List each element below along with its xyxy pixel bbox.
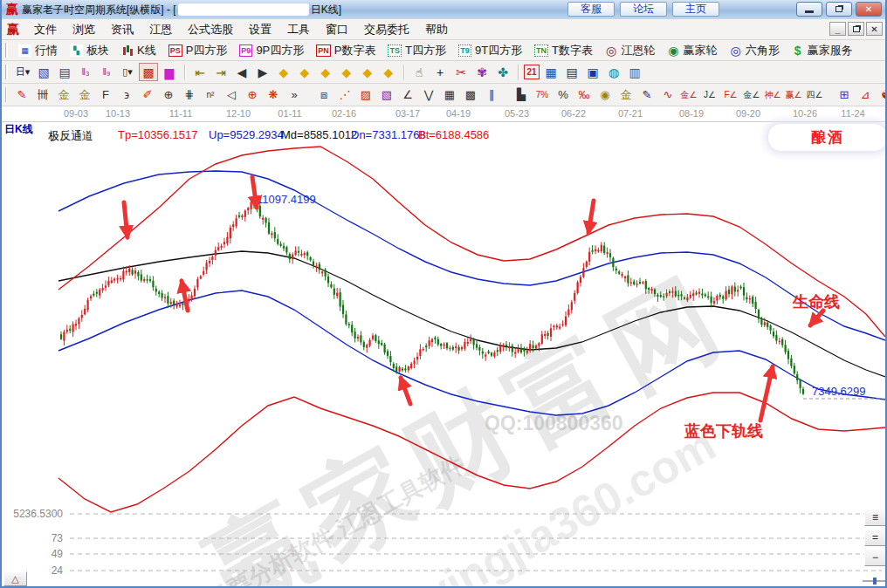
gold-lines2-tool[interactable]: 金 [75,85,94,104]
j-angle-tool[interactable]: J∠ [700,85,719,104]
brush-tool[interactable]: ✎ [12,85,31,104]
star-cycle-tool[interactable]: ❋ [264,85,283,104]
mdi-restore-button[interactable] [848,22,864,36]
kline-period-dropdown[interactable]: 日▾ [13,63,32,81]
kline-button[interactable]: K线 [115,41,162,60]
expand-panel-button[interactable]: △ [3,571,27,586]
info-window-button[interactable]: ▤ [55,63,74,81]
diamond-shift-left-button[interactable]: ◆ [274,63,293,81]
toolbar-grip[interactable] [5,43,8,57]
t-number-table-button[interactable]: TNT数字表 [528,41,599,60]
menu-交易委托[interactable]: 交易委托 [356,19,417,40]
gann-lines-tool[interactable]: 卌 [33,85,52,104]
spiral-tool[interactable]: ϶ [117,85,136,104]
t-square-button[interactable]: TST四方形 [382,41,451,60]
export-web-button[interactable]: ◍ [604,63,623,81]
horizontal-zoom-slider[interactable] [863,578,887,585]
shen-angle-tool[interactable]: 神∠ [763,85,782,104]
calculator-button[interactable]: ▦ [541,63,560,81]
menu-窗口[interactable]: 窗口 [318,19,356,40]
box-select-tool[interactable]: ⧈ [314,85,333,104]
diamond-fit-button[interactable]: ◆ [379,63,398,81]
gold-angle-tool[interactable]: 金∠ [679,85,698,104]
menu-文件[interactable]: 文件 [26,19,65,40]
yinyang-button[interactable]: ☯ [877,85,887,104]
winner-service-button[interactable]: $赢家服务 [786,41,859,60]
f-angle-tool[interactable]: F∠ [721,85,740,104]
grid-box-tool[interactable]: ▦ [440,85,459,104]
grid-cross-button[interactable]: ⊞ [835,85,854,104]
circle-cross-tool[interactable]: ⊕ [159,85,178,104]
wave-tool[interactable]: ∿ [658,85,677,104]
slider-handle[interactable] [873,578,877,585]
pattern-mark-button[interactable]: ▩ [139,63,158,81]
kline-chart-svg[interactable]: 5236.530073492411097.41997349.6299生命线蓝色下… [2,122,887,588]
trend-measure-button[interactable]: ⊿ [856,85,875,104]
gold-level-tool[interactable]: 金 [616,85,636,104]
square-numbers-tool[interactable]: n² [201,85,220,104]
menu-公式选股[interactable]: 公式选股 [180,19,241,40]
zigzag-tool[interactable]: ⋁ [419,85,438,104]
bars-compare-tool[interactable]: ▙ [512,85,531,104]
homepage-button[interactable]: 主页 [672,2,719,17]
gold-lines-tool[interactable]: 金 [54,85,73,104]
win-angle-tool[interactable]: 赢∠ [784,85,803,104]
percent-7-tool[interactable]: 7% [533,85,552,104]
scale-single-button[interactable]: − [864,549,886,566]
volume-histogram-button[interactable]: ▆ [160,63,179,81]
mdi-close-button[interactable]: ✕ [866,22,883,36]
diamond-center-button[interactable]: ◆ [358,63,377,81]
toolbar-grip[interactable] [5,87,7,103]
note-tool[interactable]: ✎ [637,85,657,104]
leaf-tool-button[interactable]: ✤ [493,63,512,81]
candle-style-dropdown[interactable]: ▯▾ [118,63,137,81]
toolbar-grip[interactable] [5,65,8,80]
diamond-expand-button[interactable]: ◆ [316,63,335,81]
gold-angle2-tool[interactable]: 金∠ [742,85,761,104]
cut-measure-button[interactable]: ✂ [451,63,471,81]
report-button[interactable]: ▤ [562,63,581,81]
save-button[interactable]: ▣ [583,63,602,81]
quotes-button[interactable]: ▦行情 [12,41,64,60]
scale-medium-button[interactable]: = [864,529,886,546]
next-page-button[interactable]: ▶ [253,63,272,81]
ruler-lines-tool[interactable]: ⋕ [180,85,199,104]
print-button[interactable]: ▥ [625,63,644,81]
forum-button[interactable]: 论坛 [620,2,667,17]
gann-wheel-button[interactable]: ◎江恩轮 [599,41,661,60]
chart-area[interactable]: 赢家财富网 www.yingjia360.com 赢家江恩软件——股票分析软件 … [2,122,887,588]
p-number-table-button[interactable]: PNP数字表 [310,41,382,60]
fibonacci-tool[interactable]: F [96,85,115,104]
marker-tool[interactable]: ✐ [138,85,157,104]
gann-box-tool[interactable]: ▧ [377,85,396,104]
calendar-button[interactable]: 21 [524,65,540,79]
diamond-compress-button[interactable]: ◆ [337,63,356,81]
dense-grid-tool[interactable]: ▩ [461,85,480,104]
crosshair-button[interactable]: + [430,63,450,81]
winner-wheel-button[interactable]: ◉赢家轮 [661,41,723,60]
scale-dense-button[interactable]: ≡ [864,509,886,526]
hatch-box-tool[interactable]: ▨ [356,85,375,104]
menu-设置[interactable]: 设置 [241,19,279,40]
ray-fan-tool[interactable]: ⋰ [335,85,354,104]
menu-资讯[interactable]: 资讯 [103,19,141,40]
minimize-button[interactable] [796,2,822,17]
more-tools-button[interactable]: » [285,85,304,104]
t9-square-button[interactable]: T99T四方形 [452,41,528,60]
angle-line-tool[interactable]: ∠ [398,85,417,104]
customer-service-button[interactable]: 客服 [567,2,615,17]
p-square-button[interactable]: PSP四方形 [162,41,234,60]
pattern-window-button[interactable]: ▧ [34,63,53,81]
p9-square-button[interactable]: P99P四方形 [233,41,310,60]
menu-工具[interactable]: 工具 [279,19,318,40]
hand-tool-button[interactable]: ☝ [409,63,429,81]
four-angle-tool[interactable]: 四∠ [805,85,824,104]
diamond-shift-right-button[interactable]: ◆ [295,63,314,81]
bars-9-button[interactable]: ‖₉ [97,63,116,81]
menu-帮助[interactable]: 帮助 [417,19,456,40]
angle-flag-tool[interactable]: ◁ [222,85,241,104]
close-button[interactable]: ✕ [856,2,882,17]
permille-tool[interactable]: ‰ [574,85,594,104]
hexagon-button[interactable]: ◎六角形 [724,41,786,60]
target-cross-tool[interactable]: ⊕ [243,85,262,104]
